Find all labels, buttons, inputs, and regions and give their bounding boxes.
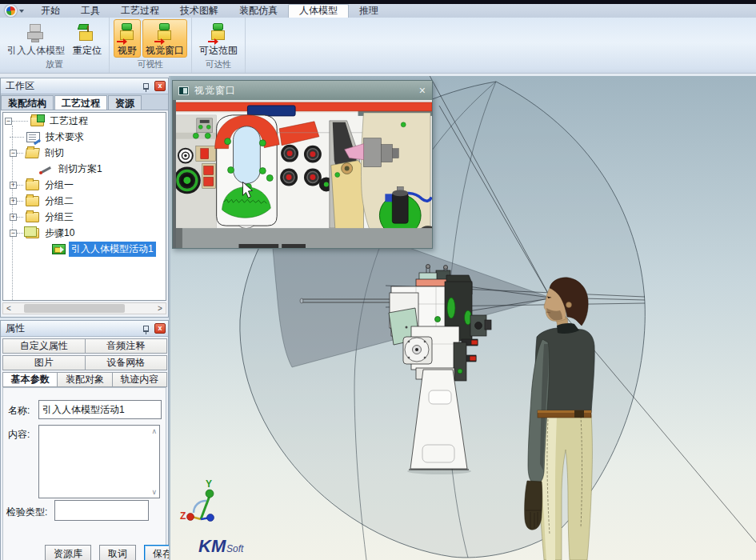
check-type-label: 检验类型:: [6, 506, 47, 519]
tree-item-group-3[interactable]: 分组三: [3, 209, 166, 225]
vision-window-title: 视觉窗口: [194, 84, 419, 98]
pin-icon[interactable]: [143, 326, 149, 332]
section-plan-icon: [39, 164, 53, 174]
menu-tab-tech-illustration[interactable]: 技术图解: [170, 4, 229, 18]
app-menu-button[interactable]: [0, 5, 30, 18]
brand-mark: KM: [198, 536, 226, 556]
vision-window-button[interactable]: 视觉窗口: [142, 19, 187, 58]
menu-tab-tools[interactable]: 工具: [70, 4, 110, 18]
scroll-down-icon[interactable]: [151, 488, 157, 496]
folder-icon: [26, 212, 39, 222]
pin-icon[interactable]: [143, 83, 149, 90]
properties-tab-row-2: 图片 设备网格: [2, 355, 166, 370]
tree-horizontal-scrollbar[interactable]: [2, 302, 166, 314]
tab-custom-properties[interactable]: 自定义属性: [2, 338, 86, 354]
relocate-button[interactable]: 重定位: [70, 19, 105, 58]
tab-track-content[interactable]: 轨迹内容: [112, 372, 167, 387]
axis-z-label: Z: [180, 510, 186, 522]
properties-tab-row-3: 基本参数 装配对象 轨迹内容: [2, 372, 166, 387]
open-folder-icon: [25, 148, 40, 158]
menu-tab-human-model[interactable]: 人体模型: [288, 4, 349, 18]
application-window: 开始 工具 工艺过程 技术图解 装配仿真 人体模型 推理 引入人体模型 重定位 …: [0, 0, 756, 560]
tab-assembly-objects[interactable]: 装配对象: [57, 372, 112, 387]
steps-folder-icon: [26, 228, 39, 238]
close-icon[interactable]: [154, 81, 166, 91]
tab-resources[interactable]: 资源: [108, 95, 142, 110]
workspace-panel-title: 工作区: [6, 79, 143, 93]
folder-icon: [26, 180, 39, 190]
scrollbar-thumb[interactable]: [24, 304, 125, 313]
menu-tab-start[interactable]: 开始: [30, 4, 70, 18]
content-field-wrap: [38, 425, 160, 498]
app-logo-icon: [5, 5, 17, 17]
field-of-view-button[interactable]: 视野: [114, 19, 141, 58]
ribbon-group-visibility: 视野 视觉窗口 可视性: [110, 18, 192, 73]
properties-form: 名称: 内容: 检验类型: 资源库 取词 保存: [2, 387, 166, 560]
fetch-word-button[interactable]: 取词: [99, 545, 136, 560]
tab-basic-params[interactable]: 基本参数: [2, 372, 58, 387]
ribbon-group-label-reachability: 可达性: [196, 58, 241, 70]
tree-item-section-plan-1[interactable]: 剖切方案1: [3, 161, 166, 177]
import-human-model-icon: [26, 22, 46, 45]
tab-device-mesh[interactable]: 设备网格: [85, 355, 168, 370]
collapse-icon[interactable]: [10, 150, 17, 157]
ribbon: 引入人体模型 重定位 放置 视野 视觉窗口 可视性: [0, 18, 756, 74]
close-icon[interactable]: ×: [419, 85, 426, 96]
field-of-view-icon: [117, 22, 138, 45]
tab-images[interactable]: 图片: [2, 355, 86, 370]
expand-icon[interactable]: [10, 182, 17, 189]
name-field[interactable]: [38, 400, 162, 419]
check-type-field[interactable]: [54, 500, 149, 521]
collapse-icon[interactable]: [10, 230, 17, 237]
workspace-panel-header: 工作区: [1, 78, 168, 94]
tree-item-process-root[interactable]: 工艺过程: [3, 113, 166, 129]
scroll-right-icon[interactable]: [154, 304, 166, 313]
ribbon-group-label-placement: 放置: [4, 58, 105, 70]
tree-item-group-2[interactable]: 分组二: [3, 193, 166, 209]
tree-item-import-human-activity[interactable]: 引入人体模型活动1: [3, 241, 166, 257]
reach-range-icon: [208, 22, 229, 45]
activity-icon: [52, 244, 66, 254]
tree-item-step-10[interactable]: 步骤10: [3, 225, 166, 241]
close-icon[interactable]: [154, 323, 166, 334]
menu-tab-process[interactable]: 工艺过程: [110, 4, 170, 18]
folder-icon: [26, 196, 39, 206]
vision-window-icon: [154, 22, 175, 45]
scroll-left-icon[interactable]: [3, 304, 14, 313]
reach-range-button[interactable]: 可达范围: [196, 19, 241, 58]
menu-tab-assembly-sim[interactable]: 装配仿真: [229, 4, 288, 18]
name-label: 名称:: [8, 404, 30, 418]
tech-requirements-icon: [26, 132, 40, 142]
vision-window-icon: [178, 86, 189, 95]
vision-window-titlebar[interactable]: 视觉窗口 ×: [173, 81, 432, 100]
ribbon-group-reachability: 可达范围 可达性: [192, 18, 246, 73]
3d-viewport[interactable]: Y Z KM Soft 视觉窗口 ×: [170, 76, 756, 560]
import-human-model-button[interactable]: 引入人体模型: [4, 19, 68, 58]
properties-tab-row-1: 自定义属性 音频注释: [2, 338, 166, 354]
menu-bar: 开始 工具 工艺过程 技术图解 装配仿真 人体模型 推理: [0, 4, 756, 18]
workspace-tab-strip: 装配结构 工艺过程 资源: [1, 94, 168, 110]
tab-process[interactable]: 工艺过程: [54, 95, 107, 110]
menu-tab-reasoning[interactable]: 推理: [349, 4, 389, 18]
tree-item-section[interactable]: 剖切: [3, 145, 166, 161]
vision-window-canvas[interactable]: [173, 100, 432, 248]
tree-item-group-1[interactable]: 分组一: [3, 177, 166, 193]
content-label: 内容:: [8, 428, 30, 442]
collapse-icon[interactable]: [5, 118, 12, 125]
ribbon-group-label-visibility: 可视性: [114, 58, 187, 70]
expand-icon[interactable]: [10, 198, 17, 205]
content-field[interactable]: [39, 426, 159, 498]
tab-audio-notes[interactable]: 音频注释: [85, 338, 168, 354]
scroll-up-icon[interactable]: [151, 427, 157, 435]
process-folder-icon: [30, 116, 44, 126]
form-buttons: 资源库 取词 保存: [3, 545, 166, 560]
tab-assembly-structure[interactable]: 装配结构: [1, 95, 54, 110]
tree-item-tech-requirements[interactable]: 技术要求: [3, 129, 166, 145]
properties-panel: 属性 自定义属性 音频注释 图片 设备网格 基本参数 装配对象 轨迹内容 名称:…: [0, 320, 169, 560]
workspace-panel: 工作区 装配结构 工艺过程 资源 工艺过程 技术要求: [0, 78, 169, 318]
chevron-down-icon: [19, 10, 24, 13]
vision-window[interactable]: 视觉窗口 ×: [172, 80, 433, 249]
resource-library-button[interactable]: 资源库: [45, 545, 91, 560]
sidebar: 工作区 装配结构 工艺过程 资源 工艺过程 技术要求: [0, 76, 169, 560]
expand-icon[interactable]: [10, 214, 17, 221]
